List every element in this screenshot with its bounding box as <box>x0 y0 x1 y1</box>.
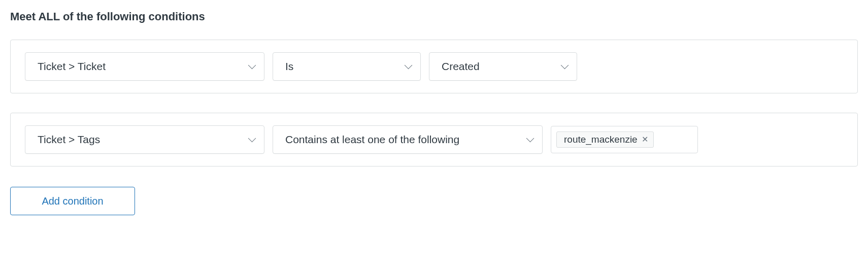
condition-operator-select[interactable]: Is <box>273 52 421 81</box>
condition-value-label: Created <box>442 60 480 73</box>
section-title: Meet ALL of the following conditions <box>10 10 858 23</box>
chevron-down-icon <box>249 136 256 143</box>
chevron-down-icon <box>561 63 569 70</box>
condition-value-select[interactable]: Created <box>429 52 577 81</box>
condition-operator-label: Contains at least one of the following <box>285 134 459 146</box>
condition-tag-input[interactable]: route_mackenzie ✕ <box>551 126 698 153</box>
tag-chip-label: route_mackenzie <box>564 134 638 145</box>
condition-operator-select[interactable]: Contains at least one of the following <box>273 125 543 154</box>
chevron-down-icon <box>405 63 412 70</box>
close-icon[interactable]: ✕ <box>642 136 648 144</box>
condition-operator-label: Is <box>285 60 293 73</box>
conditions-section: Meet ALL of the following conditions Tic… <box>10 10 858 215</box>
condition-field-select[interactable]: Ticket > Tags <box>25 125 264 154</box>
chevron-down-icon <box>527 136 534 143</box>
chevron-down-icon <box>249 63 256 70</box>
condition-field-label: Ticket > Tags <box>38 134 100 146</box>
condition-row: Ticket > Ticket Is Created <box>10 40 858 93</box>
condition-field-label: Ticket > Ticket <box>38 60 106 73</box>
add-condition-button[interactable]: Add condition <box>10 187 135 215</box>
tag-chip: route_mackenzie ✕ <box>556 131 654 148</box>
condition-row: Ticket > Tags Contains at least one of t… <box>10 113 858 166</box>
condition-field-select[interactable]: Ticket > Ticket <box>25 52 264 81</box>
add-condition-label: Add condition <box>42 195 103 207</box>
